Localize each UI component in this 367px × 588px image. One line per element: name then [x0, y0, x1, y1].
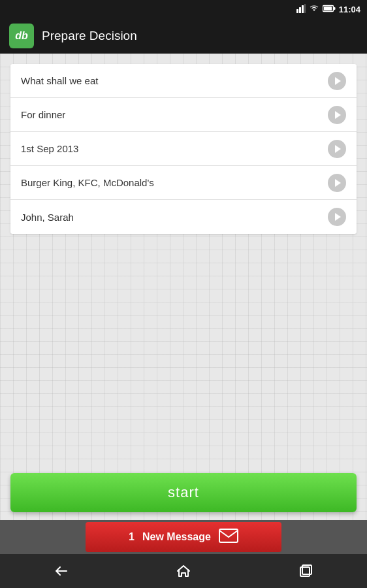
- notification-text: New Message: [142, 531, 211, 543]
- arrow-icon-4: [335, 179, 341, 187]
- start-button[interactable]: start: [10, 473, 357, 512]
- recents-icon: [298, 563, 313, 579]
- svg-rect-2: [302, 5, 304, 13]
- list-item-arrow-2[interactable]: [328, 106, 346, 124]
- status-time: 11:04: [339, 5, 360, 14]
- list-item-arrow-3[interactable]: [328, 140, 346, 158]
- notification-bar[interactable]: 1 New Message: [0, 520, 367, 554]
- list-item-text-3: 1st Sep 2013: [21, 143, 328, 154]
- list-item[interactable]: What shall we eat: [10, 64, 357, 98]
- arrow-icon-1: [335, 77, 341, 85]
- app-bar: db Prepare Decision: [0, 18, 367, 54]
- svg-rect-0: [296, 9, 298, 13]
- signal-icon: [296, 4, 306, 14]
- envelope-icon: [219, 529, 238, 546]
- app-logo: db: [9, 24, 34, 48]
- home-button[interactable]: [160, 558, 207, 584]
- nav-bar: [0, 554, 367, 588]
- recents-button[interactable]: [282, 558, 329, 584]
- home-icon: [176, 563, 191, 579]
- back-icon: [54, 563, 69, 579]
- battery-icon: [323, 5, 336, 14]
- list-item-text-2: For dinner: [21, 109, 328, 120]
- list-item-arrow-5[interactable]: [328, 208, 346, 226]
- back-button[interactable]: [38, 558, 85, 584]
- status-bar: 11:04: [0, 0, 367, 18]
- list-item-arrow-4[interactable]: [328, 174, 346, 192]
- list-item[interactable]: For dinner: [10, 98, 357, 132]
- list-item-text-4: Burger King, KFC, McDonald's: [21, 177, 328, 188]
- content-spacer: [0, 234, 367, 465]
- app-title: Prepare Decision: [42, 29, 137, 43]
- arrow-icon-2: [335, 111, 341, 119]
- list-item-arrow-1[interactable]: [328, 72, 346, 90]
- arrow-icon-3: [335, 145, 341, 153]
- list-container: What shall we eat For dinner 1st Sep 201…: [10, 64, 357, 234]
- main-content: What shall we eat For dinner 1st Sep 201…: [0, 54, 367, 520]
- list-item-text-1: What shall we eat: [21, 75, 328, 86]
- list-item[interactable]: 1st Sep 2013: [10, 132, 357, 166]
- svg-rect-1: [299, 7, 301, 13]
- status-icons: 11:04: [296, 4, 360, 14]
- arrow-icon-5: [335, 213, 341, 221]
- list-item[interactable]: John, Sarah: [10, 200, 357, 234]
- svg-rect-7: [219, 529, 238, 542]
- notification-banner[interactable]: 1 New Message: [86, 522, 281, 552]
- svg-rect-5: [324, 7, 332, 10]
- wifi-icon: [309, 5, 319, 14]
- svg-rect-6: [334, 7, 336, 10]
- list-item-text-5: John, Sarah: [21, 212, 328, 223]
- start-button-container: start: [0, 465, 367, 520]
- list-item[interactable]: Burger King, KFC, McDonald's: [10, 166, 357, 200]
- svg-rect-3: [304, 4, 306, 13]
- notification-count: 1: [129, 531, 135, 543]
